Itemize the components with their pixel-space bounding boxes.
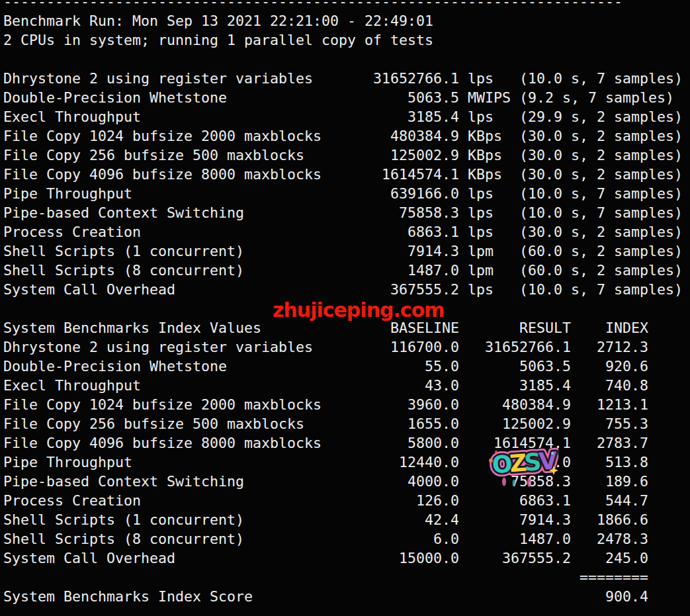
benchmark-result-row: Dhrystone 2 using register variables3165… [3, 69, 690, 88]
index-value: 513.8 [571, 453, 648, 472]
test-value: 639166.0 [356, 184, 459, 203]
result-value: 31652766.1 [459, 337, 571, 357]
test-samples: (10.0 s, 7 samples) [519, 184, 690, 203]
test-unit: lps [459, 280, 519, 299]
test-value: 75858.3 [356, 203, 459, 222]
index-row: Execl Throughput43.03185.4740.8 [3, 376, 690, 395]
index-value: 1213.1 [571, 395, 648, 414]
test-samples: (10.0 s, 7 samples) [519, 280, 690, 299]
result-value: 1487.0 [459, 529, 571, 549]
baseline-value: 5800.0 [347, 433, 459, 453]
index-row: Pipe Throughput12440.0639166.0513.8 [3, 453, 690, 472]
test-value: 480384.9 [356, 126, 459, 146]
column-header-index: INDEX [571, 318, 648, 337]
benchmark-result-row: Execl Throughput3185.4lps(29.9 s, 2 samp… [3, 107, 690, 126]
test-unit: MWIPS [459, 88, 519, 107]
benchmark-result-row: File Copy 1024 bufsize 2000 maxblocks480… [3, 126, 690, 146]
graffiti-drip [527, 478, 531, 487]
benchmark-result-row: File Copy 256 bufsize 500 maxblocks12500… [3, 146, 690, 165]
graffiti-dot [551, 452, 554, 455]
index-value: 189.6 [571, 472, 648, 491]
site-watermark: zhujiceping.com [273, 298, 445, 323]
graffiti-dot [489, 459, 493, 462]
index-value: 2783.7 [571, 433, 648, 453]
baseline-value: 6.0 [347, 529, 459, 549]
index-row: Double-Precision Whetstone55.05063.5920.… [3, 357, 690, 376]
terminal-window[interactable]: { "terminal": { "separator_top": "------… [0, 0, 690, 616]
baseline-value: 42.4 [347, 510, 459, 529]
test-label: File Copy 4096 bufsize 8000 maxblocks [3, 165, 356, 184]
benchmark-result-row: File Copy 4096 bufsize 8000 maxblocks161… [3, 165, 690, 184]
benchmark-result-row: Double-Precision Whetstone5063.5MWIPS(9.… [3, 88, 690, 107]
baseline-value: 43.0 [347, 376, 459, 395]
test-label: Dhrystone 2 using register variables [3, 69, 356, 88]
test-value: 125002.9 [356, 146, 459, 165]
test-unit: KBps [459, 146, 519, 165]
result-value: 480384.9 [459, 395, 571, 414]
test-unit: lpm [459, 242, 519, 261]
benchmark-result-row: Pipe-based Context Switching75858.3lps(1… [3, 203, 690, 222]
system-info-line: 2 CPUs in system; running 1 parallel cop… [3, 30, 690, 50]
test-samples: (30.0 s, 2 samples) [519, 165, 690, 184]
index-value: 2478.3 [571, 529, 648, 549]
benchmark-result-row: Shell Scripts (8 concurrent)1487.0lpm(60… [3, 261, 690, 280]
test-label: Pipe-based Context Switching [3, 472, 347, 491]
test-label: Double-Precision Whetstone [3, 88, 356, 107]
test-samples: (30.0 s, 2 samples) [519, 126, 690, 146]
index-row: Shell Scripts (1 concurrent)42.47914.318… [3, 510, 690, 529]
baseline-value: 55.0 [347, 357, 459, 376]
index-row: Dhrystone 2 using register variables1167… [3, 337, 690, 357]
benchmark-result-row: Pipe Throughput639166.0lps(10.0 s, 7 sam… [3, 184, 690, 203]
test-value: 7914.3 [356, 242, 459, 261]
score-line: System Benchmarks Index Score900.4 [3, 587, 690, 606]
graffiti-drip [502, 478, 506, 486]
result-value: 5063.5 [459, 357, 571, 376]
separator-line: ----------------------------------------… [3, 0, 690, 11]
test-label: File Copy 4096 bufsize 8000 maxblocks [3, 433, 347, 453]
test-unit: lps [459, 184, 519, 203]
test-unit: lps [459, 222, 519, 242]
test-label: Process Creation [3, 491, 347, 510]
test-unit: KBps [459, 165, 519, 184]
test-label: Shell Scripts (8 concurrent) [3, 261, 356, 280]
test-unit: lps [459, 107, 519, 126]
test-label: Execl Throughput [3, 376, 347, 395]
test-label: Execl Throughput [3, 107, 356, 126]
test-label: Shell Scripts (1 concurrent) [3, 510, 347, 529]
score-separator-line: ======== [3, 568, 690, 587]
test-unit: lpm [459, 261, 519, 280]
score-value: 900.4 [571, 587, 648, 606]
score-separator: ======== [571, 568, 648, 587]
index-value: 245.0 [571, 549, 648, 568]
test-samples: (9.2 s, 7 samples) [519, 88, 690, 107]
test-unit: lps [459, 69, 519, 88]
test-value: 1614574.1 [356, 165, 459, 184]
index-value: 1866.6 [571, 510, 648, 529]
result-value: 7914.3 [459, 510, 571, 529]
test-label: Shell Scripts (1 concurrent) [3, 242, 356, 261]
test-samples: (60.0 s, 2 samples) [519, 242, 690, 261]
index-row: System Call Overhead15000.0367555.2245.0 [3, 549, 690, 568]
test-label: System Call Overhead [3, 549, 347, 568]
score-label: System Benchmarks Index Score [3, 587, 347, 606]
test-samples: (60.0 s, 2 samples) [519, 261, 690, 280]
benchmark-result-row: System Call Overhead367555.2lps(10.0 s, … [3, 280, 690, 299]
index-row: File Copy 1024 bufsize 2000 maxblocks396… [3, 395, 690, 414]
graffiti-watermark: OZSV OZSV OZSV [487, 446, 558, 488]
test-label: System Call Overhead [3, 280, 356, 299]
index-value: 740.8 [571, 376, 648, 395]
test-value: 1487.0 [356, 261, 459, 280]
test-label: Pipe Throughput [3, 453, 347, 472]
test-label: File Copy 1024 bufsize 2000 maxblocks [3, 395, 347, 414]
result-value: 367555.2 [459, 549, 571, 568]
test-samples: (29.9 s, 2 samples) [519, 107, 690, 126]
test-label: File Copy 256 bufsize 500 maxblocks [3, 146, 356, 165]
baseline-value: 3960.0 [347, 395, 459, 414]
test-label: File Copy 256 bufsize 500 maxblocks [3, 414, 347, 433]
test-label: Shell Scripts (8 concurrent) [3, 529, 347, 549]
index-value: 544.7 [571, 491, 648, 510]
test-label: Process Creation [3, 222, 356, 242]
index-row: Process Creation126.06863.1544.7 [3, 491, 690, 510]
test-value: 3185.4 [356, 107, 459, 126]
test-label: Dhrystone 2 using register variables [3, 337, 347, 357]
